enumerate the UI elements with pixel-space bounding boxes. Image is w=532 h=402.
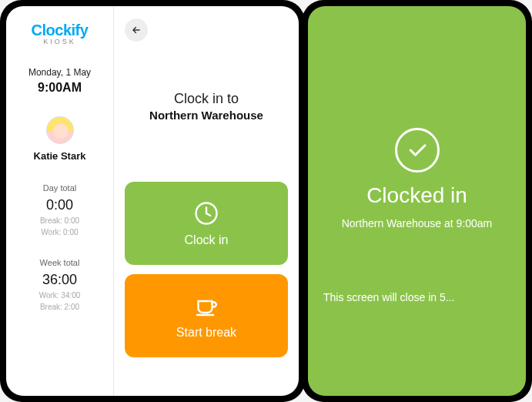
kiosk-device-confirm: Clocked in Northern Warehouse at 9:00am … bbox=[302, 0, 532, 402]
day-total-label: Day total bbox=[40, 183, 79, 193]
day-total-break: Break: 0:00 bbox=[40, 216, 79, 225]
confirm-closing: This screen will close in 5... bbox=[308, 291, 454, 303]
logo-sub: KIOSK bbox=[43, 38, 76, 45]
day-total-work: Work: 0:00 bbox=[40, 228, 79, 236]
week-total-break: Break: 2:00 bbox=[39, 303, 81, 311]
check-circle-icon bbox=[395, 128, 440, 173]
sidebar: Clockify KIOSK Monday, 1 May 9:00AM Kati… bbox=[6, 6, 114, 396]
user-name: Katie Stark bbox=[34, 150, 86, 162]
screen-confirm: Clocked in Northern Warehouse at 9:00am … bbox=[308, 6, 526, 396]
screen-main: Clockify KIOSK Monday, 1 May 9:00AM Kati… bbox=[6, 6, 299, 396]
check-icon bbox=[406, 139, 429, 162]
start-break-button[interactable]: Start break bbox=[125, 274, 288, 357]
arrow-left-icon bbox=[131, 25, 142, 35]
week-total: Week total 36:00 Work: 34:00 Break: 2:00 bbox=[39, 258, 81, 311]
clock-icon bbox=[192, 199, 220, 227]
week-total-value: 36:00 bbox=[39, 272, 81, 288]
clock-in-button[interactable]: Clock in bbox=[125, 182, 288, 265]
week-total-work: Work: 34:00 bbox=[39, 291, 81, 300]
prompt-line1: Clock in to bbox=[125, 91, 288, 107]
main-panel: Clock in to Northern Warehouse Clock in … bbox=[114, 6, 299, 396]
kiosk-device-main: Clockify KIOSK Monday, 1 May 9:00AM Kati… bbox=[0, 0, 305, 402]
coffee-cup-icon bbox=[192, 292, 220, 320]
back-button[interactable] bbox=[125, 18, 148, 42]
current-date: Monday, 1 May bbox=[28, 67, 91, 78]
day-total-value: 0:00 bbox=[40, 197, 79, 213]
logo: Clockify bbox=[32, 22, 89, 39]
clock-in-label: Clock in bbox=[185, 233, 229, 247]
confirm-subtitle: Northern Warehouse at 9:00am bbox=[342, 217, 493, 229]
avatar bbox=[46, 116, 74, 144]
start-break-label: Start break bbox=[176, 326, 236, 340]
week-total-label: Week total bbox=[39, 258, 81, 267]
clock-in-prompt: Clock in to Northern Warehouse bbox=[125, 91, 288, 122]
confirm-title: Clocked in bbox=[366, 183, 467, 208]
prompt-location: Northern Warehouse bbox=[125, 109, 288, 122]
day-total: Day total 0:00 Break: 0:00 Work: 0:00 bbox=[40, 183, 79, 236]
current-time: 9:00AM bbox=[38, 81, 82, 95]
